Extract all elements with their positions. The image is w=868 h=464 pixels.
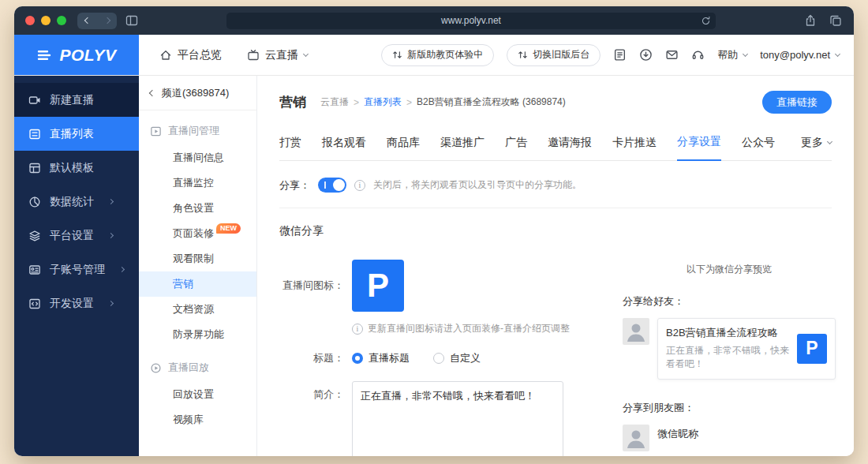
channel-item-video-library[interactable]: 视频库 [139,407,256,432]
tab-official-account[interactable]: 公众号 [742,136,775,160]
main-content: 营销 云直播 > 直播列表 > B2B营销直播全流程攻略 (3689874) 直… [257,76,854,456]
help-menu[interactable]: 帮助 [717,48,747,62]
share-hint: 关闭后，将关闭观看页以及引导页中的分享功能。 [373,178,582,192]
chevron-left-icon [149,89,155,95]
more-menu[interactable]: 更多 [801,136,832,160]
play-circle-icon [150,362,162,374]
sidebar-item-label: 开发设置 [50,297,94,311]
wechat-share-form: 直播间图标： P 更新直播间图标请进入页面装修-直播介绍页调整 标题： 直播标题 [279,260,832,456]
id-card-icon [28,264,41,276]
channel-item-label: 直播监控 [173,177,214,189]
card-logo: P [797,334,827,364]
share-toggle[interactable] [318,178,346,193]
channel-item-label: 文档资源 [173,303,214,315]
channel-item-playback-settings[interactable]: 回放设置 [139,382,256,407]
breadcrumb-separator: > [406,97,412,108]
download-icon[interactable] [639,48,653,62]
info-icon [354,180,365,191]
tab-signup-watch[interactable]: 报名观看 [322,136,366,160]
sidebar-item-data-stats[interactable]: 数据统计 [14,185,139,219]
tab-card-push[interactable]: 卡片推送 [612,136,657,160]
group-live-playback[interactable]: 直播回放 [150,361,245,375]
channel-item-page-decoration[interactable]: 页面装修NEW [139,221,256,246]
breadcrumb-current: B2B营销直播全流程攻略 (3689874) [417,95,566,109]
tabs-overview-icon[interactable] [829,13,843,28]
switch-old-version-button[interactable]: 切换旧版后台 [507,44,600,66]
browser-chrome: www.polyv.net [14,6,854,35]
channel-item-marketing[interactable]: 营销 [139,271,256,297]
radio-custom[interactable]: 自定义 [433,351,481,365]
zoom-window-button[interactable] [57,16,66,25]
sidebar-item-dev-settings[interactable]: 开发设置 [14,286,139,320]
live-link-button[interactable]: 直播链接 [762,91,832,114]
group-title-label: 直播回放 [168,361,209,375]
close-window-button[interactable] [25,16,35,25]
mail-icon[interactable] [665,48,679,62]
nav-cloud-live[interactable]: 云直播 [247,48,308,62]
group-live-room-mgmt[interactable]: 直播间管理 [150,124,245,138]
chevron-down-icon [303,51,309,56]
sidebar-item-subaccount-mgmt[interactable]: 子账号管理 [14,253,139,286]
sidebar-item-default-template[interactable]: 默认模板 [14,151,139,185]
customer-service-icon[interactable] [691,48,705,62]
feedback-form-icon[interactable] [613,48,627,62]
title-label: 标题： [279,351,344,365]
channel-item-anti-record[interactable]: 防录屏功能 [139,322,256,347]
tab-invite-poster[interactable]: 邀请海报 [548,136,592,160]
radio-live-title[interactable]: 直播标题 [352,351,410,365]
channel-item-room-info[interactable]: 直播间信息 [139,145,256,170]
chevron-right-icon [108,233,114,238]
browser-nav-buttons [77,13,117,29]
home-icon [159,49,172,62]
sidebar-item-live-list[interactable]: 直播列表 [14,117,139,151]
play-square-icon [150,125,162,137]
refresh-icon[interactable] [701,15,712,26]
tab-reward[interactable]: 打赏 [279,136,301,160]
sidebar-item-new-live[interactable]: 新建直播 [14,83,139,117]
channel-item-live-monitor[interactable]: 直播监控 [139,170,256,196]
topnav-right: 新版助教页体验中 切换旧版后台 帮助 tony@polyv.net [381,44,854,66]
tab-product-library[interactable]: 商品库 [387,136,420,160]
tab-ads[interactable]: 广告 [505,136,527,160]
card-logo-letter: P [806,338,817,359]
channel-item-label: 防录屏功能 [173,328,224,340]
channel-item-role-settings[interactable]: 角色设置 [139,196,256,221]
room-icon-hint-text: 更新直播间图标请进入页面装修-直播介绍页调整 [368,322,570,335]
room-icon-image[interactable]: P [352,260,404,312]
topnav-left: 平台总览 云直播 [139,48,308,62]
nav-platform-overview[interactable]: 平台总览 [159,48,222,62]
new-assistant-button[interactable]: 新版助教页体验中 [381,44,494,66]
radio-custom-label: 自定义 [450,351,481,365]
sidebar-item-label: 默认模板 [50,161,94,175]
tab-share-settings[interactable]: 分享设置 [677,135,721,161]
polyv-logo[interactable]: POLYV [14,35,139,75]
description-input[interactable]: 正在直播，非常不错哦，快来看看吧！ [352,381,563,456]
channel-item-documents[interactable]: 文档资源 [139,297,256,322]
account-menu[interactable]: tony@polyv.net [760,49,840,61]
channel-item-label: 直播间信息 [173,152,224,163]
sidebar-item-platform-settings[interactable]: 平台设置 [14,219,139,253]
minimize-window-button[interactable] [41,16,51,25]
share-icon[interactable] [803,13,817,28]
browser-sidebar-icon[interactable] [125,13,139,28]
chevron-down-icon [827,139,832,144]
browser-back-button[interactable] [77,13,97,29]
channel-back[interactable]: 频道(3689874) [139,76,256,110]
breadcrumb-live-list-link[interactable]: 直播列表 [364,95,402,109]
description-label: 简介： [279,387,344,402]
breadcrumb: 云直播 > 直播列表 > B2B营销直播全流程攻略 (3689874) [320,95,566,109]
browser-forward-button[interactable] [97,13,117,29]
nav-cloud-live-label: 云直播 [265,48,298,62]
radio-unselected-icon [433,353,444,364]
camera-icon [28,94,41,107]
list-icon [28,128,41,140]
code-icon [28,297,41,310]
channel-item-label: 回放设置 [173,388,214,400]
tab-channel-promotion[interactable]: 渠道推广 [440,136,485,160]
channel-item-label: 视频库 [173,413,204,425]
address-bar[interactable]: www.polyv.net [226,13,716,29]
radio-selected-icon [352,353,363,364]
channel-item-watch-restrictions[interactable]: 观看限制 [139,246,256,271]
info-icon [352,324,363,335]
chevron-right-icon [108,199,114,204]
